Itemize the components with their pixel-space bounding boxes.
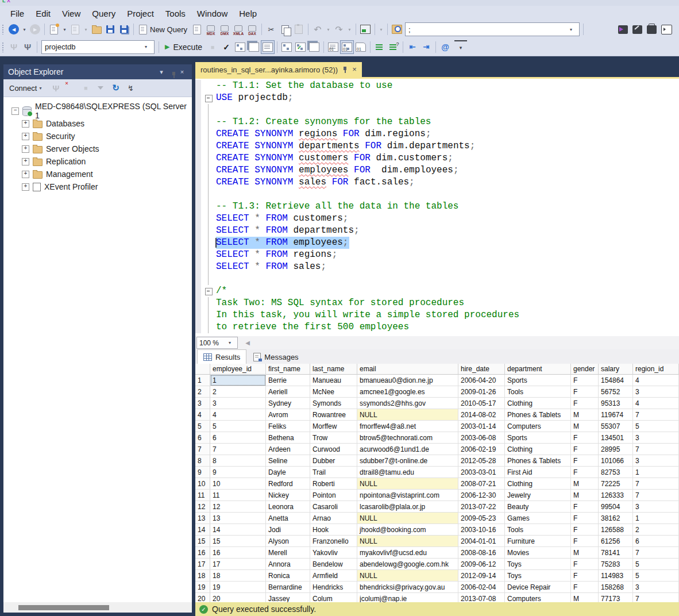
outlining-margin[interactable] <box>201 80 216 92</box>
row-header[interactable]: 4 <box>195 409 210 421</box>
grid-cell[interactable]: 2006-12-30 <box>458 490 505 501</box>
grid-cell[interactable]: 2008-08-16 <box>458 547 505 559</box>
grid-cell[interactable]: 75283 <box>599 559 633 570</box>
grid-cell[interactable]: 61256 <box>599 536 633 547</box>
grid-cell[interactable]: sdubber7@t-online.de <box>357 455 458 467</box>
grid-cell[interactable]: 101066 <box>599 455 633 467</box>
outlining-margin[interactable] <box>201 140 216 152</box>
row-header[interactable]: 15 <box>195 536 210 547</box>
grid-cell[interactable]: 2013-07-22 <box>458 501 505 513</box>
grid-cell[interactable]: 3 <box>633 432 679 444</box>
tree-expander-icon[interactable]: + <box>22 158 29 165</box>
navigate-back-button[interactable]: ◀ <box>7 23 20 36</box>
grid-cell[interactable]: Yakovliv <box>310 547 357 559</box>
database-engine-query-button[interactable] <box>191 23 203 36</box>
grid-cell[interactable]: 154864 <box>599 375 633 386</box>
grid-cell[interactable]: jcolumj@nap.ie <box>357 593 458 602</box>
grid-cell[interactable]: Sports <box>505 432 571 444</box>
grid-cell[interactable]: 7 <box>633 490 679 501</box>
row-header[interactable]: 13 <box>195 513 210 524</box>
row-header[interactable]: 14 <box>195 524 210 536</box>
grid-cell[interactable]: 1 <box>633 467 679 478</box>
grid-cell[interactable]: 2 <box>210 386 266 398</box>
new-project-button[interactable] <box>48 23 60 36</box>
grid-cell[interactable]: Armfield <box>310 570 357 582</box>
menu-item-tools[interactable]: Tools <box>160 7 191 20</box>
grid-cell[interactable]: 2012-09-14 <box>458 570 505 582</box>
grid-cell[interactable]: Annora <box>266 559 310 570</box>
grid-cell[interactable]: 3 <box>633 386 679 398</box>
toolbar-overflow-button[interactable]: ▾ <box>454 40 467 54</box>
grid-cell[interactable]: Dubber <box>310 455 357 467</box>
toolbar-grip[interactable] <box>2 24 5 34</box>
outlining-margin[interactable] <box>201 92 216 104</box>
grid-cell[interactable]: 12 <box>210 501 266 513</box>
grid-corner-cell[interactable] <box>195 364 210 375</box>
menu-item-file[interactable]: File <box>5 7 30 20</box>
grid-cell[interactable]: NULL <box>357 513 458 524</box>
tab-results[interactable]: Results <box>197 349 246 364</box>
grid-cell[interactable]: 1 <box>210 375 266 386</box>
new-query-button[interactable]: New Query <box>137 23 190 36</box>
estimated-plan-button[interactable] <box>234 41 246 53</box>
grid-cell[interactable]: McNee <box>310 386 357 398</box>
grid-cell[interactable]: ssymonds2@hhs.gov <box>357 398 458 409</box>
cut-button[interactable]: ✂ <box>265 23 277 36</box>
grid-cell[interactable]: Phones & Tablets <box>505 455 571 467</box>
tab-pin-icon[interactable] <box>343 67 347 73</box>
sql-object-explorer-icon[interactable] <box>618 25 628 34</box>
row-header[interactable]: 17 <box>195 559 210 570</box>
grid-cell[interactable]: Franzonello <box>310 536 357 547</box>
dax-query-button[interactable]: DAX <box>246 23 259 36</box>
grid-cell[interactable]: 2006-04-20 <box>458 375 505 386</box>
grid-cell[interactable]: Clothing <box>505 478 571 490</box>
outlining-margin[interactable] <box>201 237 216 249</box>
grid-cell[interactable]: 1 <box>633 513 679 524</box>
tree-expander-icon[interactable]: + <box>22 145 29 153</box>
dmx-query-button[interactable]: DMX <box>218 23 231 36</box>
row-header[interactable]: 11 <box>195 490 210 501</box>
grid-cell[interactable]: NULL <box>357 409 458 421</box>
tree-item-replication[interactable]: + Replication <box>3 155 192 168</box>
tree-expander-icon[interactable]: + <box>22 183 29 191</box>
grid-cell[interactable]: 2010-05-17 <box>458 398 505 409</box>
undo-dropdown[interactable]: ▾ <box>325 23 331 36</box>
grid-cell[interactable]: Ronica <box>266 570 310 582</box>
grid-cell[interactable]: 4 <box>633 398 679 409</box>
row-header[interactable]: 3 <box>195 398 210 409</box>
grid-cell[interactable]: 3 <box>210 398 266 409</box>
column-header-email[interactable]: email <box>357 364 458 375</box>
grid-cell[interactable]: Computers <box>505 421 571 432</box>
find-button[interactable] <box>391 23 403 36</box>
grid-cell[interactable]: M <box>571 490 599 501</box>
grid-cell[interactable]: NULL <box>357 536 458 547</box>
oe-refresh-button[interactable]: ↻ <box>109 82 122 94</box>
grid-cell[interactable]: F <box>571 398 599 409</box>
grid-cell[interactable]: Sports <box>505 375 571 386</box>
live-query-stats-button[interactable] <box>280 41 293 53</box>
outlining-margin[interactable] <box>201 273 216 285</box>
outlining-margin[interactable] <box>201 297 216 309</box>
tree-expander-icon[interactable]: + <box>22 171 29 178</box>
outlining-margin[interactable] <box>201 116 216 128</box>
grid-cell[interactable]: M <box>571 421 599 432</box>
grid-cell[interactable]: F <box>571 467 599 478</box>
grid-cell[interactable]: bhendricksi@privacy.gov.au <box>357 582 458 593</box>
sql-code-editor[interactable]: -- T1.1: Set the database to use USE pro… <box>195 79 679 337</box>
column-header-employee-id[interactable]: employee_id <box>210 364 266 375</box>
menu-item-view[interactable]: View <box>56 7 86 20</box>
new-project-dropdown[interactable]: ▾ <box>61 23 68 36</box>
grid-cell[interactable]: Aeriell <box>266 386 310 398</box>
comment-button[interactable] <box>373 41 386 53</box>
column-header-gender[interactable]: gender <box>571 364 599 375</box>
scrollbar-thumb[interactable] <box>18 605 109 610</box>
grid-cell[interactable]: Curwood <box>310 444 357 455</box>
grid-cell[interactable]: Hook <box>310 524 357 536</box>
grid-cell[interactable]: Toys <box>505 559 571 570</box>
toolbar-grip[interactable] <box>2 42 5 52</box>
grid-cell[interactable]: M <box>571 478 599 490</box>
grid-cell[interactable]: Leonora <box>266 501 310 513</box>
grid-cell[interactable]: 6 <box>633 536 679 547</box>
grid-cell[interactable]: F <box>571 582 599 593</box>
object-explorer-hscrollbar[interactable] <box>3 602 192 613</box>
